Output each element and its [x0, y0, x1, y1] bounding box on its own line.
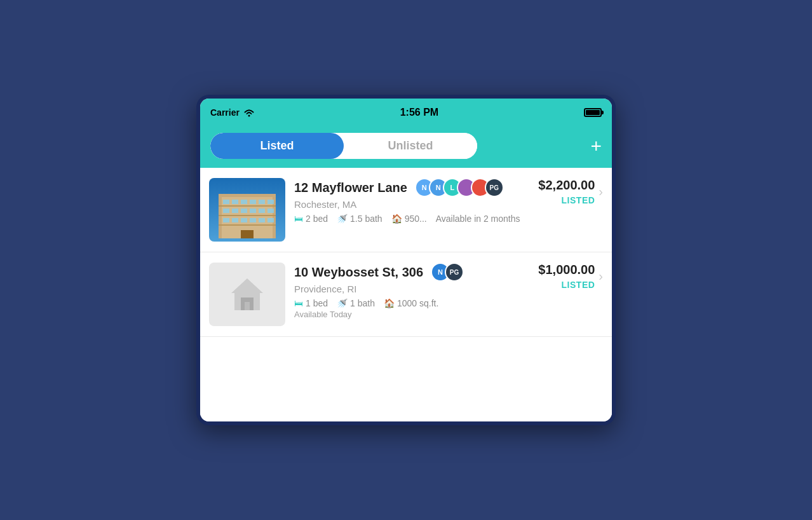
- sqft-detail-1: 🏠 950...: [391, 214, 427, 224]
- svg-point-0: [248, 115, 250, 117]
- listing-info-1: 12 Mayflower Lane N N L PG Rochester, MA: [294, 178, 529, 224]
- listing-city-1: Rochester, MA: [294, 199, 529, 210]
- phone-inner: Carrier 1:56 PM Listed Unlisted +: [200, 99, 612, 421]
- beds-detail-2: 🛏 1 bed: [294, 298, 328, 308]
- listing-details-1: 🛏 2 bed 🚿 1.5 bath 🏠 950... Available in…: [294, 214, 529, 224]
- listing-title-row-1: 12 Mayflower Lane N N L PG: [294, 178, 529, 197]
- listing-avatars-2: N PG: [431, 263, 464, 282]
- phone-frame: Carrier 1:56 PM Listed Unlisted +: [196, 95, 616, 425]
- bed-icon: 🛏: [294, 214, 303, 224]
- svg-rect-5: [219, 215, 276, 216]
- listing-right-wrapper-1: $2,200.00 LISTED ›: [538, 178, 603, 205]
- svg-rect-10: [250, 200, 256, 204]
- battery-fill: [586, 110, 600, 115]
- house-icon: [228, 275, 266, 313]
- beds-detail-1: 🛏 2 bed: [294, 214, 328, 224]
- sqft-text-1: 950...: [405, 214, 427, 224]
- sqft-text-2: 1000 sq.ft.: [397, 298, 438, 308]
- svg-rect-7: [223, 200, 229, 204]
- chevron-icon-2: ›: [599, 269, 603, 284]
- listing-item-2[interactable]: 10 Weybosset St, 306 N PG Providence, RI…: [200, 252, 612, 337]
- home-icon-2: 🏠: [384, 298, 395, 308]
- listing-status-2: LISTED: [562, 280, 595, 290]
- beds-text-1: 2 bed: [306, 214, 328, 224]
- sqft-detail-2: 🏠 1000 sq.ft.: [384, 298, 438, 308]
- svg-rect-11: [259, 200, 265, 204]
- svg-rect-17: [259, 209, 265, 213]
- svg-rect-25: [241, 230, 254, 238]
- tab-listed[interactable]: Listed: [210, 133, 344, 159]
- tab-unlisted[interactable]: Unlisted: [344, 133, 477, 159]
- listing-price-2: $1,000.00: [538, 263, 595, 277]
- svg-rect-16: [250, 209, 256, 213]
- carrier-text: Carrier: [210, 107, 240, 118]
- svg-rect-8: [232, 200, 238, 204]
- svg-rect-18: [267, 209, 274, 213]
- battery-icon: [584, 108, 602, 117]
- listing-status-1: LISTED: [562, 195, 595, 205]
- svg-rect-13: [223, 209, 229, 213]
- svg-rect-14: [232, 209, 238, 213]
- svg-rect-22: [250, 218, 256, 222]
- listing-right-1: $2,200.00 LISTED: [538, 178, 595, 205]
- bed-icon-2: 🛏: [294, 298, 303, 308]
- chevron-icon-1: ›: [599, 184, 603, 199]
- bath-icon: 🚿: [337, 214, 348, 224]
- listing-right-2: $1,000.00 LISTED: [538, 263, 595, 290]
- svg-rect-19: [223, 218, 229, 222]
- svg-rect-23: [259, 218, 265, 222]
- status-time: 1:56 PM: [400, 107, 438, 118]
- avatar: PG: [445, 263, 464, 282]
- listing-thumbnail-2: [209, 263, 285, 326]
- svg-rect-21: [241, 218, 247, 222]
- listing-city-2: Providence, RI: [294, 284, 529, 294]
- svg-rect-15: [241, 209, 247, 213]
- listing-item[interactable]: 12 Mayflower Lane N N L PG Rochester, MA: [200, 168, 612, 252]
- availability-2: Available Today: [294, 310, 529, 319]
- avatar: PG: [485, 178, 504, 197]
- listing-price-1: $2,200.00: [538, 178, 595, 193]
- beds-text-2: 1 bed: [306, 298, 328, 308]
- svg-rect-28: [245, 302, 250, 310]
- listing-avatars-1: N N L PG: [415, 178, 504, 197]
- house-placeholder: [209, 263, 285, 326]
- listing-address-1: 12 Mayflower Lane: [294, 181, 407, 195]
- listing-details-2: 🛏 1 bed 🚿 1 bath 🏠 1000 sq.ft.: [294, 298, 529, 308]
- listings-container: 12 Mayflower Lane N N L PG Rochester, MA: [200, 168, 612, 421]
- svg-rect-12: [267, 200, 274, 204]
- home-icon: 🏠: [391, 214, 402, 224]
- add-button[interactable]: +: [590, 137, 602, 156]
- listing-thumbnail-1: [209, 178, 285, 242]
- listing-title-row-2: 10 Weybosset St, 306 N PG: [294, 263, 529, 282]
- baths-detail-1: 🚿 1.5 bath: [337, 214, 382, 224]
- baths-text-2: 1 bath: [350, 298, 375, 308]
- baths-text-1: 1.5 bath: [350, 214, 382, 224]
- listing-info-2: 10 Weybosset St, 306 N PG Providence, RI…: [294, 263, 529, 319]
- svg-rect-4: [219, 205, 276, 207]
- carrier-info: Carrier: [210, 107, 255, 118]
- status-bar: Carrier 1:56 PM: [200, 99, 612, 127]
- listing-right-wrapper-2: $1,000.00 LISTED ›: [538, 263, 603, 290]
- wifi-icon: [243, 108, 255, 117]
- listing-address-2: 10 Weybosset St, 306: [294, 265, 423, 280]
- svg-rect-6: [219, 224, 276, 226]
- header: Listed Unlisted +: [200, 127, 612, 168]
- bath-icon-2: 🚿: [337, 298, 348, 308]
- availability-text-1: Available in 2 months: [436, 214, 520, 224]
- building-image: [209, 178, 285, 242]
- tab-toggle: Listed Unlisted: [210, 133, 477, 159]
- svg-rect-24: [267, 218, 274, 222]
- svg-rect-20: [232, 218, 238, 222]
- baths-detail-2: 🚿 1 bath: [337, 298, 375, 308]
- svg-rect-9: [241, 200, 247, 204]
